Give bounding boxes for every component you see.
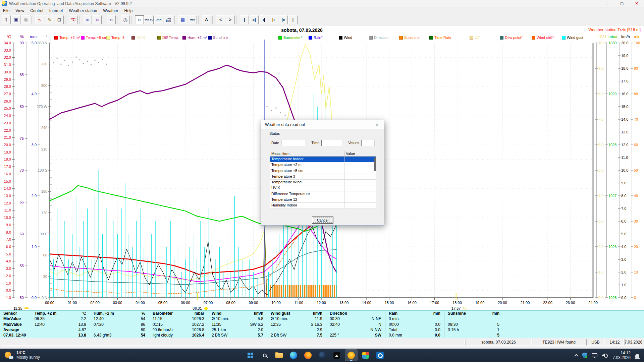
summary-cell-value: 1026.8	[183, 327, 206, 332]
taskbar-icon-outlook[interactable]	[374, 349, 386, 361]
svg-text:85: 85	[20, 73, 24, 77]
summary-cell-value: 54	[124, 316, 147, 321]
time-field[interactable]	[321, 140, 342, 146]
svg-text:14.0: 14.0	[4, 186, 11, 190]
menu-item-file[interactable]: File	[0, 8, 12, 14]
chart-edit-button[interactable]: ✎	[45, 15, 54, 24]
list-item-value	[344, 191, 376, 197]
status-field-5: 7.03.2026	[625, 339, 642, 346]
svg-text:13.0: 13.0	[621, 130, 628, 134]
taskbar-icon-weather-app[interactable]	[345, 349, 358, 361]
scroll-right-button[interactable]: >	[226, 15, 235, 24]
taskbar-icon-steam[interactable]	[316, 349, 329, 361]
status-groupbox: Status Date Time Values Meas. item Value…	[265, 134, 380, 216]
tray-speaker-icon[interactable]	[602, 353, 608, 358]
list-item[interactable]: Humidity Indoor	[270, 203, 376, 208]
menu-item-internet[interactable]: Internet	[46, 8, 66, 14]
tray-security-shield-icon[interactable]	[582, 353, 587, 358]
svg-text:3.0: 3.0	[32, 143, 37, 147]
taskbar-icon-start[interactable]	[244, 349, 257, 361]
taskbar-icon-file-explorer[interactable]	[273, 349, 285, 361]
svg-text:0.0: 0.0	[598, 296, 603, 300]
svg-text:12.0: 12.0	[4, 201, 11, 205]
svg-text:80: 80	[634, 92, 638, 96]
minimize-button[interactable]: –	[600, 0, 614, 7]
max-table-button[interactable]: Max	[188, 15, 197, 24]
list-item[interactable]: Temperature +5 cm	[270, 168, 376, 174]
print-button[interactable]: ⊟	[55, 15, 64, 24]
clock-button[interactable]: ◷	[121, 15, 130, 24]
text-label-button[interactable]: A	[202, 15, 211, 24]
save-button[interactable]: ▣	[11, 15, 20, 24]
taskbar-weather-widget[interactable]: 14°C Mostly sunny	[5, 351, 40, 360]
svg-text:21.0: 21.0	[4, 135, 11, 139]
svg-text:11:25: 11:25	[13, 306, 22, 310]
svg-text:30.0: 30.0	[4, 70, 11, 74]
toolbar-separator	[65, 16, 67, 24]
menu-item-view[interactable]: View	[12, 8, 27, 14]
list-item[interactable]: Temperature Wind	[270, 180, 376, 185]
list-item[interactable]: Temperature Indoor	[270, 157, 376, 162]
menu-item-control[interactable]: Control	[27, 8, 46, 14]
svg-text:60: 60	[43, 253, 47, 257]
tray-notification-bell-icon[interactable]	[635, 354, 639, 358]
taskbar-icon-firefox[interactable]	[302, 349, 314, 361]
summary-cell-row: 00:30N-NE	[326, 316, 385, 321]
summary-cell: 12:35	[267, 322, 301, 327]
read-from-station-button[interactable]: ⇑	[2, 15, 11, 24]
list-item[interactable]: Temperature 3	[270, 174, 376, 180]
taskbar-icon-photos[interactable]	[330, 349, 343, 361]
table-view-button[interactable]: ▦	[178, 15, 187, 24]
svg-text:32.0: 32.0	[4, 55, 11, 59]
tray-clock[interactable]: 14:12 7.03.2026	[613, 351, 631, 360]
summary-cell-row: 12:4013.8	[31, 321, 90, 327]
month-view-button[interactable]: JAN	[154, 15, 163, 24]
goto-start-button[interactable]: |	[240, 15, 249, 24]
page-back-button[interactable]: ‹|	[259, 15, 268, 24]
chart-multi-curves-button[interactable]: ≋	[93, 15, 102, 24]
maximize-button[interactable]: ▢	[614, 0, 629, 7]
list-scrollbar[interactable]	[374, 157, 376, 171]
toolbar-separator	[117, 16, 119, 24]
page-forward-fast-button[interactable]: |»	[279, 15, 288, 24]
date-field[interactable]	[281, 140, 305, 146]
menu-item-weather[interactable]: Weather	[100, 8, 121, 14]
taskbar-icon-search[interactable]	[258, 349, 271, 361]
list-item[interactable]: Temperature +2 m	[270, 162, 376, 168]
chart-temp-button[interactable]: ∿	[35, 15, 44, 24]
tray-chevron-up-icon[interactable]	[574, 354, 578, 358]
taskbar-icon-puzzle[interactable]	[359, 349, 372, 361]
summary-cell-row: 01:151027.2	[149, 321, 208, 327]
summary-cell-value: 1027.2	[183, 322, 206, 327]
day-view-button[interactable]: 31	[135, 15, 144, 24]
svg-text:11.0: 11.0	[4, 208, 11, 212]
summary-cell-row: 2.9	[267, 327, 326, 333]
chart-curves-button[interactable]: ≈	[83, 15, 92, 24]
page-forward-button[interactable]: |›	[269, 15, 278, 24]
tray-network-monitor-icon[interactable]	[592, 353, 597, 357]
scroll-left-button[interactable]: <	[216, 15, 225, 24]
year-view-button[interactable]: JAN DEC	[164, 15, 173, 24]
summary-cell: 02:40	[326, 322, 360, 327]
chart-degc-button[interactable]: ℃	[69, 15, 78, 24]
summary-row-labels: SensorMinValueMaxValueAverage07.03. 12:4…	[0, 311, 31, 338]
svg-text:6.0: 6.0	[621, 219, 626, 223]
summary-group-name: Hum. +2 m	[90, 311, 124, 316]
taskbar-icon-edge[interactable]	[287, 349, 300, 361]
save-all-button[interactable]: ▣	[21, 15, 30, 24]
menu-item-weather-station[interactable]: Weather station	[66, 8, 100, 14]
values-field[interactable]	[361, 140, 375, 146]
list-item[interactable]: Difference Temperature	[270, 191, 376, 197]
list-item[interactable]: Temperature 12	[270, 197, 376, 203]
week-view-button[interactable]: MO-SU	[145, 15, 154, 24]
list-item[interactable]: UV X	[270, 185, 376, 191]
close-button[interactable]: ✕	[629, 0, 644, 7]
dialog-titlebar[interactable]: Weather data read out ✕	[261, 120, 384, 129]
cancel-button[interactable]: Cancel	[312, 217, 333, 224]
dialog-close-icon[interactable]: ✕	[370, 120, 384, 129]
page-back-fast-button[interactable]: «|	[250, 15, 259, 24]
goto-end-button[interactable]: |	[288, 15, 298, 24]
svg-text:22.0: 22.0	[4, 128, 11, 132]
menu-item-help[interactable]: Help	[121, 8, 136, 14]
calendar-chart-button[interactable]: 31	[107, 15, 116, 24]
